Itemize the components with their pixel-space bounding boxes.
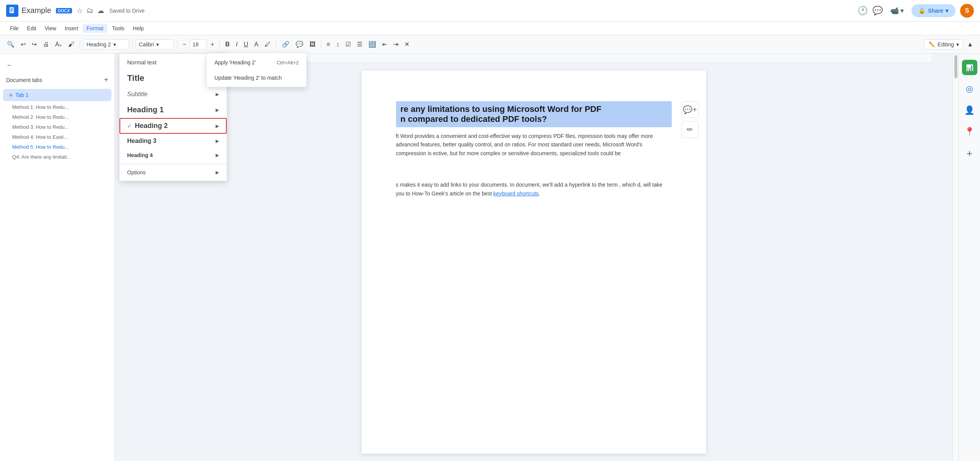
- star-button[interactable]: ☆: [77, 7, 83, 15]
- style-menu-heading2[interactable]: ✓ Heading 2 ▶: [119, 118, 227, 134]
- add-addon-button[interactable]: +: [962, 146, 977, 161]
- font-dropdown-label: Calibri: [139, 41, 154, 48]
- apply-heading2-label: Apply 'Heading 2': [214, 59, 256, 66]
- style-menu-heading3[interactable]: Heading 3 ▶: [119, 134, 227, 148]
- tab-1-label: Tab 1: [15, 92, 28, 98]
- outline-text-1: Method 2: How to Redu...: [12, 114, 69, 120]
- menu-view[interactable]: View: [41, 24, 60, 33]
- separator-1: [80, 40, 80, 49]
- style-menu-subtitle[interactable]: Subtitle ▶: [119, 87, 227, 102]
- share-button[interactable]: 🔒 Share ▾: [911, 4, 955, 17]
- history-button[interactable]: 🕐: [857, 6, 868, 16]
- heading-highlight-block: re any limitations to using Microsoft Wo…: [396, 101, 672, 127]
- subtitle-label: Subtitle: [127, 91, 147, 98]
- menu-format[interactable]: Format: [83, 24, 107, 33]
- document-page: re any limitations to using Microsoft Wo…: [362, 71, 706, 454]
- text-color-button[interactable]: A: [252, 39, 261, 49]
- outline-item-0[interactable]: Method 1: How to Redu...: [0, 102, 115, 112]
- editing-dropdown[interactable]: ✏️ Editing ▾: [924, 39, 963, 49]
- menu-file[interactable]: File: [6, 24, 23, 33]
- bold-button[interactable]: B: [223, 39, 232, 49]
- document-title: Example: [21, 6, 51, 15]
- maps-button[interactable]: 📍: [962, 124, 977, 139]
- style-dropdown-label: Heading 2: [87, 41, 111, 48]
- cloud-button[interactable]: ☁: [97, 7, 104, 15]
- comment-inline-button[interactable]: 💬: [293, 39, 306, 49]
- outline-item-4[interactable]: Method 5: How to Redu...: [0, 142, 115, 152]
- menu-edit[interactable]: Edit: [23, 24, 40, 33]
- decrease-indent-button[interactable]: ⇤: [380, 39, 389, 49]
- heading1-label: Heading 1: [127, 105, 164, 114]
- outline-item-2[interactable]: Method 3: How to Redu...: [0, 122, 115, 132]
- heading3-arrow: ▶: [216, 138, 219, 144]
- options-arrow: ▶: [216, 170, 219, 175]
- apply-heading2-shortcut: Ctrl+Alt+2: [276, 60, 299, 66]
- checklist-button[interactable]: ☑: [343, 39, 353, 49]
- outline-item-1[interactable]: Method 2: How to Redu...: [0, 112, 115, 122]
- outline-item-3[interactable]: Method 4: How to Easil...: [0, 132, 115, 142]
- separator-6: [321, 40, 321, 49]
- apply-heading2-item[interactable]: Apply 'Heading 2' Ctrl+Alt+2: [207, 55, 306, 70]
- undo-button[interactable]: ↩: [18, 39, 28, 49]
- collapse-button[interactable]: ▲: [965, 39, 975, 49]
- title-bar: Example DOCX ☆ 🗂 ☁ Saved to Drive 🕐 💬 📹 …: [0, 0, 980, 21]
- title-label: Title: [127, 73, 144, 83]
- move-button[interactable]: 🗂: [87, 7, 93, 15]
- font-dropdown[interactable]: Calibri ▾: [136, 39, 174, 49]
- separator-5: [276, 40, 276, 49]
- spellcheck-button[interactable]: Aᵥ: [53, 39, 64, 49]
- font-size-increase[interactable]: +: [208, 39, 216, 49]
- style-menu-options[interactable]: Options ▶: [119, 166, 227, 179]
- tab-1-item[interactable]: ≡ Tab 1: [3, 89, 111, 101]
- line-spacing-button[interactable]: ↕: [334, 39, 342, 49]
- sidebar-back-button[interactable]: ←: [0, 58, 115, 72]
- comments-button[interactable]: 💬: [872, 6, 883, 16]
- suggest-float-button[interactable]: ✏: [682, 121, 699, 138]
- meet-icon: 📹: [890, 7, 899, 15]
- lock-icon: 🔒: [918, 7, 926, 14]
- clear-format-button[interactable]: ✕: [402, 39, 412, 49]
- underline-button[interactable]: U: [241, 39, 250, 49]
- menu-insert[interactable]: Insert: [61, 24, 82, 33]
- style-dropdown[interactable]: Heading 2 ▾: [83, 39, 129, 49]
- style-menu-heading1[interactable]: Heading 1 ▶: [119, 102, 227, 118]
- redo-button[interactable]: ↪: [29, 39, 39, 49]
- align-button[interactable]: ≡: [324, 39, 332, 49]
- heading3-label: Heading 3: [127, 138, 156, 144]
- font-size-box[interactable]: 18: [190, 39, 207, 49]
- numbered-list-button[interactable]: 🔢: [366, 39, 378, 49]
- scrollbar-area: [952, 54, 959, 461]
- search-button[interactable]: 🔍: [5, 39, 17, 49]
- meet-button[interactable]: 📹 ▾: [887, 5, 907, 16]
- highlight-button[interactable]: 🖊: [262, 39, 273, 49]
- font-size-decrease[interactable]: −: [180, 39, 188, 49]
- keyboard-shortcuts-link[interactable]: keyboard shortcuts: [493, 190, 538, 197]
- outline-item-5[interactable]: Q4: Are there any limitati...: [0, 152, 115, 162]
- update-heading2-item[interactable]: Update 'Heading 2' to match: [207, 70, 306, 85]
- style-menu-heading4[interactable]: Heading 4 ▶: [119, 148, 227, 162]
- menu-tools[interactable]: Tools: [108, 24, 128, 33]
- font-size-value: 18: [193, 41, 199, 48]
- font-dropdown-chevron: ▾: [156, 41, 159, 48]
- bullet-list-button[interactable]: ☰: [355, 39, 365, 49]
- style-menu-divider: [119, 164, 227, 164]
- tasks-button[interactable]: ◎: [962, 81, 977, 97]
- italic-button[interactable]: I: [234, 39, 240, 49]
- meet-chevron: ▾: [900, 7, 904, 15]
- heading4-arrow: ▶: [216, 153, 219, 158]
- scrollbar-thumb[interactable]: [954, 55, 957, 78]
- doc-spacer: [396, 165, 672, 180]
- print-button[interactable]: 🖨: [41, 39, 51, 49]
- outline-text-0: Method 1: How to Redu...: [12, 104, 69, 110]
- menu-help[interactable]: Help: [129, 24, 148, 33]
- add-comment-float-button[interactable]: 💬+: [682, 101, 699, 118]
- increase-indent-button[interactable]: ⇥: [391, 39, 401, 49]
- contacts-button[interactable]: 👤: [962, 103, 977, 118]
- paint-format-button[interactable]: 🖌: [66, 39, 77, 49]
- sheets-button[interactable]: 📊: [962, 60, 977, 75]
- image-button[interactable]: 🖼: [307, 39, 318, 49]
- link-button[interactable]: 🔗: [280, 39, 292, 49]
- add-tab-button[interactable]: +: [104, 75, 108, 84]
- tab-icon: ≡: [9, 92, 12, 98]
- user-avatar[interactable]: S: [960, 4, 974, 18]
